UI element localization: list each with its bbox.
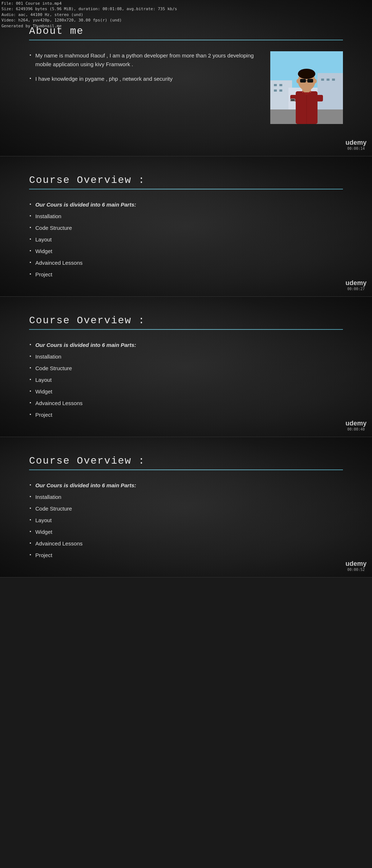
slide3-item-label-4: Advainced Lessons [35, 399, 82, 408]
slide4-item-3: ▪ Widget [29, 528, 343, 536]
svg-rect-9 [327, 79, 329, 81]
slide4-intro: Our Cours is divided into 6 main Parts: [35, 481, 136, 490]
about-bullet1: ▪ My name is mahmoud Raouf , I am a pyth… [29, 51, 259, 69]
slide2-list: ▪ Our Cours is divided into 6 main Parts… [29, 200, 343, 279]
slide3-underline [29, 329, 343, 330]
about-text-2: I have knowledge in pygame , php , netwo… [35, 75, 173, 83]
slide-overview-3: Course Overview : ▪ Our Cours is divided… [0, 437, 372, 577]
slide3-item-1: ▪ Code Structure [29, 364, 343, 373]
bullet-icon-1: ▪ [29, 52, 32, 59]
file-info-line4: Video: h264, yuv420p, 1280x720, 30.00 fp… [1, 17, 177, 23]
file-info-line1: File: 001 Course into.mp4 [1, 1, 177, 6]
photo-svg [270, 51, 343, 124]
bullet-icon-s3-1: ▪ [29, 365, 32, 372]
slide-overview-1: Course Overview : ▪ Our Cours is divided… [0, 156, 372, 297]
slide4-item-label-3: Widget [35, 528, 52, 536]
bullet-icon-intro2: ▪ [29, 201, 32, 208]
slide2-underline [29, 189, 343, 189]
slide2-intro-item: ▪ Our Cours is divided into 6 main Parts… [29, 200, 343, 209]
svg-rect-4 [274, 84, 277, 86]
slide4-item-1: ▪ Code Structure [29, 504, 343, 513]
about-bullet2: ▪ I have knowledge in pygame , php , net… [29, 75, 259, 83]
slide-overview-2: Course Overview : ▪ Our Cours is divided… [0, 297, 372, 437]
slide3-list: ▪ Our Cours is divided into 6 main Parts… [29, 341, 343, 419]
bullet-icon-s3-5: ▪ [29, 411, 32, 418]
slide1-timestamp: 00:00:14 [345, 147, 367, 151]
slide4-item-5: ▪ Project [29, 551, 343, 560]
slide4-item-label-1: Code Structure [35, 504, 72, 513]
slide1-watermark: udemy 00:00:14 [345, 139, 367, 151]
bullet-icon-s2-1: ▪ [29, 224, 32, 231]
slide4-underline [29, 469, 343, 470]
slide2-item-label-5: Project [35, 270, 52, 279]
svg-rect-24 [291, 99, 295, 101]
bullet-icon-2: ▪ [29, 75, 32, 82]
slide3-watermark: udemy 00:00:40 [345, 420, 367, 431]
slide4-item-label-2: Layout [35, 516, 52, 525]
slide2-item-label-1: Code Structure [35, 224, 72, 232]
svg-rect-5 [279, 84, 282, 86]
bullet-icon-s2-4: ▪ [29, 259, 32, 266]
slide2-intro: Our Cours is divided into 6 main Parts: [35, 200, 136, 209]
bullet-icon-s2-0: ▪ [29, 213, 32, 220]
slide4-item-4: ▪ Advainced Lessons [29, 539, 343, 548]
slide2-item-label-2: Layout [35, 235, 52, 244]
slide4-timestamp: 00:00:52 [345, 568, 367, 572]
bullet-icon-s2-3: ▪ [29, 248, 32, 255]
slide2-item-1: ▪ Code Structure [29, 224, 343, 232]
bullet-icon-s3-3: ▪ [29, 388, 32, 395]
slide4-intro-item: ▪ Our Cours is divided into 6 main Parts… [29, 481, 343, 490]
slide2-item-3: ▪ Widget [29, 247, 343, 256]
slide3-item-2: ▪ Layout [29, 376, 343, 384]
slide2-item-label-0: Installation [35, 212, 61, 221]
bullet-icon-s4-4: ▪ [29, 540, 32, 547]
slide2-item-label-3: Widget [35, 247, 52, 256]
slide3-title: Course Overview : [29, 315, 343, 326]
file-info: File: 001 Course into.mp4 Size: 6249396 … [0, 0, 178, 29]
slide3-item-4: ▪ Advainced Lessons [29, 399, 343, 408]
svg-rect-10 [332, 79, 335, 81]
slide4-title: Course Overview : [29, 455, 343, 467]
slide3-intro: Our Cours is divided into 6 main Parts: [35, 341, 136, 349]
svg-rect-18 [300, 79, 306, 83]
slide3-item-label-2: Layout [35, 376, 52, 384]
slide2-item-4: ▪ Advainced Lessons [29, 259, 343, 267]
about-layout: ▪ My name is mahmoud Raouf , I am a pyth… [29, 51, 343, 124]
slide2-timestamp: 00:00:27 [345, 287, 367, 291]
slide4-item-0: ▪ Installation [29, 493, 343, 501]
svg-point-21 [296, 79, 299, 83]
svg-rect-19 [307, 79, 313, 83]
slide3-item-label-0: Installation [35, 352, 61, 361]
bullet-icon-s3-4: ▪ [29, 400, 32, 407]
svg-rect-14 [312, 95, 323, 101]
about-photo [270, 51, 343, 124]
slide2-item-label-4: Advainced Lessons [35, 259, 82, 267]
bullet-icon-s4-0: ▪ [29, 493, 32, 500]
file-info-line5: Generated by Thumbnail.me [1, 23, 177, 29]
slide4-item-label-5: Project [35, 551, 52, 560]
slide2-item-2: ▪ Layout [29, 235, 343, 244]
svg-rect-7 [279, 89, 282, 92]
slide2-item-0: ▪ Installation [29, 212, 343, 221]
slide3-item-label-5: Project [35, 411, 52, 419]
bullet-icon-intro3: ▪ [29, 341, 32, 348]
bullet-icon-s3-2: ▪ [29, 376, 32, 383]
bullet-icon-s2-2: ▪ [29, 236, 32, 243]
slide3-intro-item: ▪ Our Cours is divided into 6 main Parts… [29, 341, 343, 349]
slide3-timestamp: 00:00:40 [345, 427, 367, 431]
slide4-udemy: udemy [345, 560, 367, 568]
file-info-line3: Audio: aac, 44100 Hz, stereo (und) [1, 12, 177, 17]
slide2-udemy: udemy [345, 279, 367, 287]
bullet-icon-intro4: ▪ [29, 482, 32, 489]
slide1-udemy: udemy [345, 139, 367, 147]
slide3-item-5: ▪ Project [29, 411, 343, 419]
file-info-line2: Size: 6249396 bytes (5.96 MiB), duration… [1, 6, 177, 12]
about-text-1: My name is mahmoud Raouf , I am a python… [35, 51, 259, 69]
slide3-item-label-3: Widget [35, 387, 52, 396]
bullet-icon-s2-5: ▪ [29, 271, 32, 278]
slide1-underline [29, 40, 343, 40]
slide4-item-label-4: Advainced Lessons [35, 539, 82, 548]
bullet-icon-s4-2: ▪ [29, 517, 32, 524]
slide2-watermark: udemy 00:00:27 [345, 279, 367, 291]
slide3-item-0: ▪ Installation [29, 352, 343, 361]
